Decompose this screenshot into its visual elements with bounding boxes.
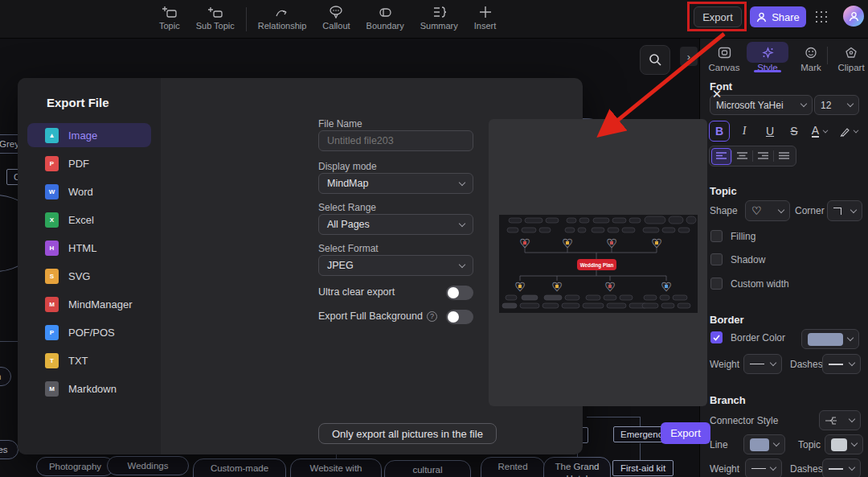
border-weight-label: Weight [710,359,739,370]
italic-button[interactable]: I [734,121,755,142]
custom-width-label: Custom width [731,278,789,290]
align-center-button[interactable] [732,148,752,165]
select-range-label: Select Range [318,202,376,213]
full-background-toggle[interactable] [446,310,473,324]
chevron-down-icon [459,261,465,267]
canvas-node[interactable]: cultural blessing [384,460,471,477]
canvas-node[interactable]: Custom-made [193,458,286,477]
tab-divider [827,47,828,64]
display-mode-label: Display mode [318,161,377,172]
app-window: Grey C n des Photography Weddings Custom… [0,0,868,477]
canvas-node[interactable]: Emergencies [613,426,668,442]
format-item-image[interactable]: ▲ Image [27,123,151,147]
border-weight-select[interactable] [743,354,782,374]
branch-line-color-select[interactable] [743,434,785,454]
format-item-word[interactable]: W Word [27,179,151,204]
branch-section-header: Branch [710,394,746,406]
format-item-html[interactable]: H HTML [27,236,151,260]
connector-branch-icon [825,416,837,426]
export-dialog: Export File ▲ Image P PDF W Word X Excel… [18,78,583,454]
search-icon [649,53,662,67]
font-color-button[interactable]: A [806,121,833,142]
corner-label: Corner [795,205,825,216]
chevron-down-icon [847,101,854,107]
chevron-down-icon [773,440,780,446]
tool-insert[interactable]: Insert [466,2,505,34]
align-left-button[interactable] [711,148,731,165]
canvas-node[interactable]: des [0,440,18,459]
strikethrough-button[interactable]: S [784,121,805,142]
canvas-node[interactable]: Weddings [107,456,189,475]
export-preview-panel: ♥♥♥♥ ♥♥♥♥ Wedding Plan [489,119,707,406]
align-right-button[interactable] [753,148,773,165]
help-icon[interactable]: ? [427,311,437,322]
tool-topic[interactable]: Topic [151,2,188,34]
avatar[interactable] [843,6,864,27]
display-mode-select[interactable]: MindMap [318,173,473,194]
tool-callout[interactable]: Callout [314,2,358,34]
html-file-icon: H [45,241,59,256]
ultra-clear-toggle[interactable] [446,286,473,300]
format-item-excel[interactable]: X Excel [27,208,151,232]
boundary-icon [377,6,393,19]
highlight-pen-button[interactable] [835,121,862,142]
tab-canvas[interactable]: Canvas [703,42,745,72]
bold-button[interactable]: B [709,121,730,142]
style-sparkle-icon [761,47,775,59]
underline-button[interactable]: U [760,121,780,142]
clipart-icon [845,47,858,59]
format-item-pdf[interactable]: P PDF [27,151,151,175]
connector-style-label: Connector Style [710,415,778,426]
close-button[interactable]: ✕ [707,84,727,104]
shadow-checkbox[interactable] [710,253,723,265]
branch-topic-color-select[interactable] [825,434,863,454]
format-item-pof-pos[interactable]: P POF/POS [27,320,151,344]
chevron-down-icon [770,464,776,471]
format-item-txt[interactable]: T TXT [27,348,151,372]
tool-relationship[interactable]: Relationship [250,2,315,34]
canvas-node[interactable]: The Grand Hotel [543,457,611,477]
canvas-node[interactable]: First-aid kit [612,460,674,476]
corner-select[interactable] [827,200,862,221]
filling-checkbox[interactable] [710,230,723,242]
relationship-icon [274,6,290,19]
panel-collapse-button[interactable]: › [680,47,698,66]
tool-boundary[interactable]: Boundary [358,2,412,34]
select-range-select[interactable]: All Pages [318,214,473,235]
font-size-select[interactable]: 12 [814,95,859,115]
custom-width-checkbox[interactable] [710,278,723,290]
format-item-markdown[interactable]: M Markdown [27,376,151,401]
connector-style-select[interactable] [819,410,861,430]
dialog-export-button[interactable]: Export [661,422,710,444]
tab-style[interactable]: Style [747,42,788,72]
only-export-pictures-button[interactable]: Only export all pictures in the file [318,423,497,444]
chevron-down-icon [851,440,858,446]
canvas-node[interactable]: Website with [290,458,382,477]
border-color-select[interactable] [801,329,859,349]
branch-weight-select[interactable] [745,458,782,477]
format-item-mindmanager[interactable]: M MindManager [27,292,151,316]
select-format-select[interactable]: JPEG [318,255,473,276]
align-justify-button[interactable] [774,148,794,165]
border-color-checkbox[interactable] [710,331,723,343]
canvas-node[interactable]: n [0,367,11,386]
search-button[interactable] [640,45,670,75]
shape-select[interactable]: ♡ [745,200,790,221]
canvas-icon [718,47,731,59]
tab-clipart[interactable]: Clipart [830,42,868,72]
tab-mark[interactable]: Mark [790,42,832,72]
excel-file-icon: X [45,212,59,228]
canvas-node[interactable]: Rented [481,457,545,477]
tool-summary[interactable]: Summary [412,2,466,34]
file-name-input[interactable] [318,130,473,151]
apps-grid-icon[interactable] [815,10,829,25]
border-dashes-select[interactable] [822,354,861,374]
export-format-sidebar: Export File ▲ Image P PDF W Word X Excel… [18,78,161,454]
tool-sub-topic[interactable]: Sub Topic [188,2,243,34]
chevron-down-icon [459,179,465,185]
canvas-node[interactable]: Photography [36,457,114,476]
format-item-svg[interactable]: S SVG [27,264,151,288]
branch-dashes-select[interactable] [822,458,861,477]
file-name-field[interactable] [327,135,465,146]
share-button[interactable]: Share [750,6,806,27]
